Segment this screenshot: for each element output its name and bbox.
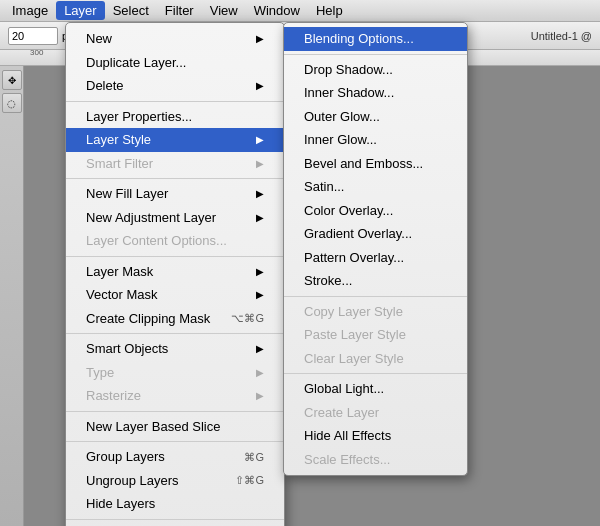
- menu-arrange[interactable]: Arrange ▶: [66, 523, 284, 527]
- shortcut-group: ⌘G: [244, 449, 264, 466]
- menubar-window[interactable]: Window: [246, 1, 308, 20]
- px-input[interactable]: 20: [8, 27, 58, 45]
- menu-arrow-delete: ▶: [256, 78, 264, 93]
- submenu-copy-layer-style[interactable]: Copy Layer Style: [284, 300, 467, 324]
- submenu-inner-glow[interactable]: Inner Glow...: [284, 128, 467, 152]
- submenu-scale-effects[interactable]: Scale Effects...: [284, 448, 467, 472]
- submenu-inner-shadow[interactable]: Inner Shadow...: [284, 81, 467, 105]
- submenu-hide-all-effects[interactable]: Hide All Effects: [284, 424, 467, 448]
- menubar-select[interactable]: Select: [105, 1, 157, 20]
- sep-2: [66, 178, 284, 179]
- sub-sep-3: [284, 373, 467, 374]
- shortcut-ungroup: ⇧⌘G: [235, 472, 264, 489]
- sep-6: [66, 441, 284, 442]
- submenu-blending-options[interactable]: Blending Options...: [284, 27, 467, 51]
- menu-arrow-adjustment: ▶: [256, 210, 264, 225]
- menu-group-layers[interactable]: Group Layers ⌘G: [66, 445, 284, 469]
- submenu-stroke[interactable]: Stroke...: [284, 269, 467, 293]
- submenu-pattern-overlay[interactable]: Pattern Overlay...: [284, 246, 467, 270]
- menu-smart-objects[interactable]: Smart Objects ▶: [66, 337, 284, 361]
- sep-3: [66, 256, 284, 257]
- lasso-tool[interactable]: ◌: [2, 93, 22, 113]
- menu-arrow-smart-filter: ▶: [256, 156, 264, 171]
- submenu-satin[interactable]: Satin...: [284, 175, 467, 199]
- menu-hide-layers[interactable]: Hide Layers: [66, 492, 284, 516]
- layer-menu: New ▶ Duplicate Layer... Delete ▶ Layer …: [65, 22, 285, 526]
- menu-arrow-layer-mask: ▶: [256, 264, 264, 279]
- submenu-create-layer[interactable]: Create Layer: [284, 401, 467, 425]
- menu-rasterize[interactable]: Rasterize ▶: [66, 384, 284, 408]
- menu-arrow-vector-mask: ▶: [256, 287, 264, 302]
- px-input-group: 20 px: [8, 27, 74, 45]
- sep-1: [66, 101, 284, 102]
- menu-delete[interactable]: Delete ▶: [66, 74, 284, 98]
- menu-arrow-smart-objects: ▶: [256, 341, 264, 356]
- menubar-layer[interactable]: Layer: [56, 1, 105, 20]
- submenu-bevel-emboss[interactable]: Bevel and Emboss...: [284, 152, 467, 176]
- menu-smart-filter[interactable]: Smart Filter ▶: [66, 152, 284, 176]
- submenu-gradient-overlay[interactable]: Gradient Overlay...: [284, 222, 467, 246]
- menu-arrow-new: ▶: [256, 31, 264, 46]
- sep-5: [66, 411, 284, 412]
- submenu-outer-glow[interactable]: Outer Glow...: [284, 105, 467, 129]
- sep-4: [66, 333, 284, 334]
- menubar-view[interactable]: View: [202, 1, 246, 20]
- layer-style-submenu: Blending Options... Drop Shadow... Inner…: [283, 22, 468, 476]
- left-toolbar: ✥ ◌: [0, 66, 24, 526]
- menubar-image[interactable]: Image: [4, 1, 56, 20]
- submenu-global-light[interactable]: Global Light...: [284, 377, 467, 401]
- menu-layer-style[interactable]: Layer Style ▶: [66, 128, 284, 152]
- menu-layer-properties[interactable]: Layer Properties...: [66, 105, 284, 129]
- submenu-paste-layer-style[interactable]: Paste Layer Style: [284, 323, 467, 347]
- menu-new-fill-layer[interactable]: New Fill Layer ▶: [66, 182, 284, 206]
- menu-type[interactable]: Type ▶: [66, 361, 284, 385]
- menubar: Image Layer Select Filter View Window He…: [0, 0, 600, 22]
- submenu-drop-shadow[interactable]: Drop Shadow...: [284, 58, 467, 82]
- menu-arrow-fill: ▶: [256, 186, 264, 201]
- menu-arrow-type: ▶: [256, 365, 264, 380]
- menu-create-clipping-mask[interactable]: Create Clipping Mask ⌥⌘G: [66, 307, 284, 331]
- menu-arrow-layer-style: ▶: [256, 132, 264, 147]
- menu-new-layer-based-slice[interactable]: New Layer Based Slice: [66, 415, 284, 439]
- menubar-filter[interactable]: Filter: [157, 1, 202, 20]
- sub-sep-2: [284, 296, 467, 297]
- menu-duplicate-layer[interactable]: Duplicate Layer...: [66, 51, 284, 75]
- menu-layer-mask[interactable]: Layer Mask ▶: [66, 260, 284, 284]
- sub-sep-1: [284, 54, 467, 55]
- menu-new-adjustment-layer[interactable]: New Adjustment Layer ▶: [66, 206, 284, 230]
- menu-new[interactable]: New ▶: [66, 27, 284, 51]
- menu-arrow-rasterize: ▶: [256, 388, 264, 403]
- submenu-clear-layer-style[interactable]: Clear Layer Style: [284, 347, 467, 371]
- shortcut-clipping: ⌥⌘G: [231, 310, 264, 327]
- move-tool[interactable]: ✥: [2, 70, 22, 90]
- menu-vector-mask[interactable]: Vector Mask ▶: [66, 283, 284, 307]
- submenu-color-overlay[interactable]: Color Overlay...: [284, 199, 467, 223]
- sep-7: [66, 519, 284, 520]
- menu-ungroup-layers[interactable]: Ungroup Layers ⇧⌘G: [66, 469, 284, 493]
- menu-layer-content-options[interactable]: Layer Content Options...: [66, 229, 284, 253]
- menubar-help[interactable]: Help: [308, 1, 351, 20]
- untitled-label: Untitled-1 @: [531, 30, 592, 42]
